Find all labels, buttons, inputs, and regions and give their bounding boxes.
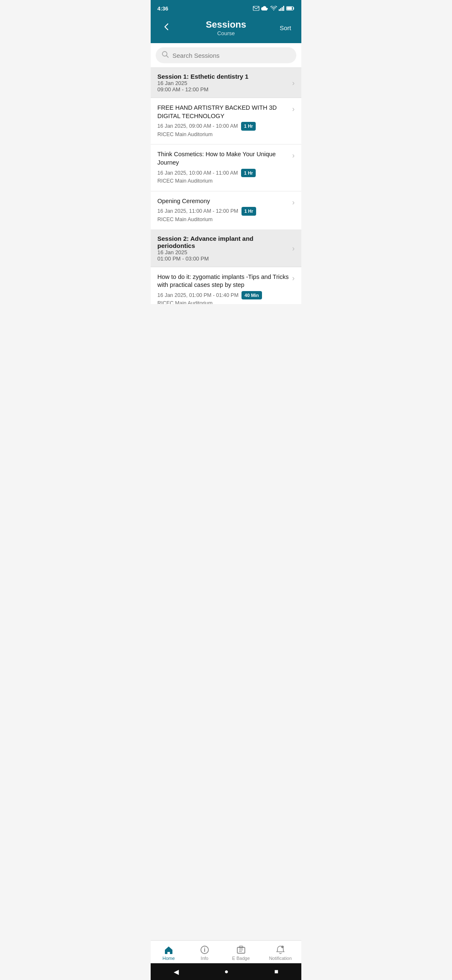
gmail-icon [253, 6, 259, 11]
back-button[interactable] [157, 21, 176, 36]
svg-rect-6 [287, 7, 292, 10]
session-item-2-title: Think Cosmetics: How to Make Your Unique… [157, 150, 289, 167]
session-group-1[interactable]: Session 1: Esthetic dentistry 1 16 Jan 2… [151, 68, 301, 98]
session-item-1-meta: 16 Jan 2025, 09:00 AM - 10:00 AM 1 Hr [157, 122, 289, 131]
session-item-4-content: How to do it: zygomatic implants -Tips a… [157, 273, 292, 304]
session-group-1-title: Session 1: Esthetic dentistry 1 [157, 73, 249, 80]
session-item-1-chevron: › [292, 105, 295, 113]
session-item-2-content: Think Cosmetics: How to Make Your Unique… [157, 150, 292, 185]
session-group-1-chevron: › [292, 79, 295, 88]
svg-line-8 [167, 56, 169, 58]
svg-rect-0 [253, 6, 259, 10]
session-item-1-title: FREE HAND ARTISTRY BACKED WITH 3D DIGITA… [157, 104, 289, 120]
session-item-1-content: FREE HAND ARTISTRY BACKED WITH 3D DIGITA… [157, 104, 292, 138]
session-item-3-content: Opening Ceremony 16 Jan 2025, 11:00 AM -… [157, 197, 292, 224]
session-item-4-title: How to do it: zygomatic implants -Tips a… [157, 273, 289, 289]
search-input[interactable] [172, 52, 290, 59]
session-item-2-meta: 16 Jan 2025, 10:00 AM - 11:00 AM 1 Hr [157, 169, 289, 178]
session-group-2-date: 16 Jan 2025 [157, 249, 292, 255]
header-center: Sessions Course [176, 19, 276, 36]
battery-icon [286, 6, 295, 11]
session-item-2[interactable]: Think Cosmetics: How to Make Your Unique… [151, 144, 301, 191]
search-icon [162, 51, 169, 60]
session-item-4-chevron: › [292, 274, 295, 283]
app-header: Sessions Course Sort [151, 15, 301, 43]
session-items-container: Session 1: Esthetic dentistry 1 16 Jan 2… [151, 68, 301, 304]
session-item-2-location: RICEC Main Auditorium [157, 177, 289, 185]
cloud-icon [261, 6, 269, 11]
status-time: 4:36 [157, 5, 168, 12]
session-item-4-duration: 40 Min [241, 291, 262, 300]
svg-rect-1 [279, 9, 280, 11]
session-item-3-chevron: › [292, 198, 295, 207]
session-item-1-duration: 1 Hr [241, 122, 256, 131]
session-group-2[interactable]: Session 2: Advance implant and periodont… [151, 230, 301, 267]
session-item-4-location: RICEC Main Auditorium [157, 299, 289, 304]
session-item-2-chevron: › [292, 151, 295, 160]
session-item-4[interactable]: How to do it: zygomatic implants -Tips a… [151, 267, 301, 304]
signal-icon [279, 6, 285, 11]
session-group-1-time: 09:00 AM - 12:00 PM [157, 86, 249, 93]
svg-rect-3 [282, 7, 283, 11]
back-arrow-icon [162, 22, 171, 31]
page-title: Sessions [176, 19, 276, 30]
status-bar: 4:36 [151, 0, 301, 15]
session-item-3[interactable]: Opening Ceremony 16 Jan 2025, 11:00 AM -… [151, 191, 301, 230]
session-group-1-date: 16 Jan 2025 [157, 80, 249, 86]
session-group-2-chevron: › [292, 244, 295, 253]
svg-rect-2 [280, 8, 282, 11]
session-group-1-text: Session 1: Esthetic dentistry 1 16 Jan 2… [157, 73, 249, 93]
page-subtitle: Course [176, 30, 276, 36]
search-container [151, 43, 301, 68]
svg-rect-4 [283, 6, 285, 11]
session-item-3-location: RICEC Main Auditorium [157, 216, 289, 224]
session-item-1-location: RICEC Main Auditorium [157, 131, 289, 139]
sort-button[interactable]: Sort [276, 23, 295, 33]
session-item-4-meta: 16 Jan 2025, 01:00 PM - 01:40 PM 40 Min [157, 291, 289, 300]
session-item-2-duration: 1 Hr [241, 169, 256, 178]
session-item-3-title: Opening Ceremony [157, 197, 289, 206]
status-icons [253, 6, 295, 11]
session-item-3-meta: 16 Jan 2025, 11:00 AM - 12:00 PM 1 Hr [157, 207, 289, 216]
session-group-2-title: Session 2: Advance implant and periodont… [157, 235, 292, 249]
search-box [156, 47, 296, 63]
sessions-list: Session 1: Esthetic dentistry 1 16 Jan 2… [151, 68, 301, 304]
session-group-2-text: Session 2: Advance implant and periodont… [157, 235, 292, 262]
session-item-3-duration: 1 Hr [241, 207, 256, 216]
session-item-1[interactable]: FREE HAND ARTISTRY BACKED WITH 3D DIGITA… [151, 98, 301, 144]
wifi-icon [270, 6, 277, 11]
session-group-2-time: 01:00 PM - 03:00 PM [157, 255, 292, 262]
